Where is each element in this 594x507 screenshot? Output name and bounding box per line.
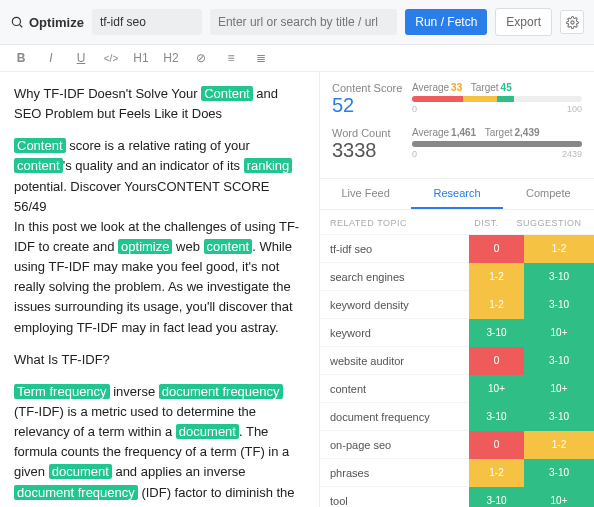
suggestion-cell: 3-10: [524, 347, 594, 375]
editor-heading: What Is TF-IDF?: [14, 350, 305, 370]
dist-cell: 10+: [469, 375, 524, 403]
table-row[interactable]: content10+10+: [320, 374, 594, 402]
word-count-value: 3338: [332, 139, 412, 162]
topic-table-header: RELATED TOPIC DIST. SUGGESTION: [320, 210, 594, 234]
svg-point-2: [570, 20, 573, 23]
url-input[interactable]: [210, 9, 397, 35]
bold-button[interactable]: B: [10, 51, 32, 65]
h2-button[interactable]: H2: [160, 51, 182, 65]
editor-pane[interactable]: Why TF-IDF Doesn't Solve Your Content an…: [0, 72, 319, 507]
dist-cell: 3-10: [469, 487, 524, 508]
suggestion-cell: 3-10: [524, 459, 594, 487]
word-count-label: Word Count: [332, 127, 412, 139]
suggestion-cell: 3-10: [524, 263, 594, 291]
th-dist: DIST.: [459, 218, 514, 228]
settings-button[interactable]: [560, 10, 584, 34]
top-bar: Optimize Run / Fetch Export: [0, 0, 594, 45]
gear-icon: [566, 16, 579, 29]
table-row[interactable]: phrases1-23-10: [320, 458, 594, 486]
dist-cell: 1-2: [469, 263, 524, 291]
format-toolbar: B I U </> H1 H2 ⊘ ≡ ≣: [0, 45, 594, 72]
italic-button[interactable]: I: [40, 51, 62, 65]
suggestion-cell: 1-2: [524, 235, 594, 263]
highlight: Content: [201, 86, 253, 101]
code-button[interactable]: </>: [100, 53, 122, 64]
main-area: Why TF-IDF Doesn't Solve Your Content an…: [0, 72, 594, 507]
side-tabs: Live Feed Research Compete: [320, 179, 594, 210]
dist-cell: 3-10: [469, 319, 524, 347]
bullet-list-button[interactable]: ≡: [220, 51, 242, 65]
table-row[interactable]: document frequency3-103-10: [320, 402, 594, 430]
table-row[interactable]: tf-idf seo01-2: [320, 234, 594, 262]
th-suggestion: SUGGESTION: [514, 218, 584, 228]
wc-targets: Average1,461 Target2,439: [412, 127, 582, 138]
svg-line-1: [19, 24, 22, 27]
content-score-value: 52: [332, 94, 412, 117]
clear-format-button[interactable]: ⊘: [190, 51, 212, 65]
topic-cell: search engines: [320, 271, 469, 283]
svg-point-0: [12, 17, 20, 25]
dist-cell: 0: [469, 347, 524, 375]
number-list-button[interactable]: ≣: [250, 51, 272, 65]
run-button[interactable]: Run / Fetch: [405, 9, 487, 35]
export-button[interactable]: Export: [495, 8, 552, 36]
topic-cell: tf-idf seo: [320, 243, 469, 255]
editor-title: Why TF-IDF Doesn't Solve Your Content an…: [14, 84, 305, 124]
table-row[interactable]: search engines1-23-10: [320, 262, 594, 290]
score-bar: [412, 96, 582, 102]
tab-research[interactable]: Research: [411, 179, 502, 209]
brand-label: Optimize: [29, 15, 84, 30]
dist-cell: 1-2: [469, 459, 524, 487]
dist-cell: 0: [469, 431, 524, 459]
h1-button[interactable]: H1: [130, 51, 152, 65]
suggestion-cell: 10+: [524, 487, 594, 508]
metrics-block: Content Score 52 Average33 Target45 0100: [320, 72, 594, 179]
underline-button[interactable]: U: [70, 51, 92, 65]
topic-cell: tool: [320, 495, 469, 507]
dist-cell: 0: [469, 235, 524, 263]
th-topic: RELATED TOPIC: [330, 218, 459, 228]
brand: Optimize: [10, 15, 84, 30]
table-row[interactable]: tool3-1010+: [320, 486, 594, 507]
tab-compete[interactable]: Compete: [503, 179, 594, 209]
keyword-input[interactable]: [92, 9, 202, 35]
topic-cell: document frequency: [320, 411, 469, 423]
suggestion-cell: 10+: [524, 375, 594, 403]
topic-cell: content: [320, 383, 469, 395]
tab-live-feed[interactable]: Live Feed: [320, 179, 411, 209]
editor-para: Term frequency inverse document frequenc…: [14, 382, 305, 507]
suggestion-cell: 3-10: [524, 403, 594, 431]
topic-cell: keyword: [320, 327, 469, 339]
optimize-icon: [10, 15, 24, 29]
table-row[interactable]: keyword density1-23-10: [320, 290, 594, 318]
suggestion-cell: 3-10: [524, 291, 594, 319]
score-targets: Average33 Target45: [412, 82, 582, 93]
table-row[interactable]: on-page seo01-2: [320, 430, 594, 458]
table-row[interactable]: website auditor03-10: [320, 346, 594, 374]
topic-cell: website auditor: [320, 355, 469, 367]
editor-para: Content score is a relative rating of yo…: [14, 136, 305, 337]
content-score-label: Content Score: [332, 82, 412, 94]
topic-rows[interactable]: tf-idf seo01-2search engines1-23-10keywo…: [320, 234, 594, 507]
topic-cell: keyword density: [320, 299, 469, 311]
suggestion-cell: 1-2: [524, 431, 594, 459]
table-row[interactable]: keyword3-1010+: [320, 318, 594, 346]
dist-cell: 3-10: [469, 403, 524, 431]
side-panel: Content Score 52 Average33 Target45 0100: [319, 72, 594, 507]
topic-cell: phrases: [320, 467, 469, 479]
dist-cell: 1-2: [469, 291, 524, 319]
suggestion-cell: 10+: [524, 319, 594, 347]
wc-bar: [412, 141, 582, 147]
topic-cell: on-page seo: [320, 439, 469, 451]
